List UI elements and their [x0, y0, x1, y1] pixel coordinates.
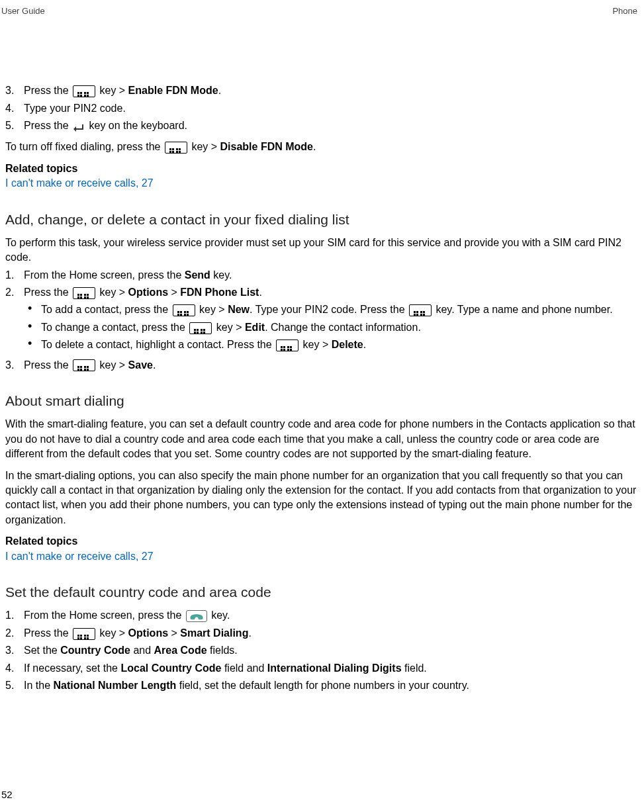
step-1: 1. From the Home screen, press the key.: [4, 608, 640, 623]
step-number: 2.: [4, 285, 24, 355]
bullet-text: To add a contact, press the key > New. T…: [41, 302, 640, 317]
step-text: Type your PIN2 code.: [24, 101, 640, 116]
step-2: 2. Press the key > Options > FDN Phone L…: [4, 285, 640, 355]
related-topics-heading: Related topics: [4, 534, 640, 549]
bullet-text: To delete a contact, highlight a contact…: [41, 338, 640, 352]
menu-key-icon: [173, 304, 195, 316]
step-number: 3.: [4, 83, 24, 98]
related-link[interactable]: I can't make or receive calls, 27: [4, 549, 640, 564]
step-text: Press the key > Save.: [24, 358, 640, 373]
fdn-contact-steps: 1. From the Home screen, press the Send …: [4, 268, 640, 373]
step-text: From the Home screen, press the key.: [24, 608, 640, 623]
bullet-marker: •: [24, 320, 41, 335]
bullet-add: • To add a contact, press the key > New.…: [24, 302, 640, 317]
page-header: User Guide Phone: [0, 5, 644, 17]
fdn-steps-continuation: 3. Press the key > Enable FDN Mode. 4. T…: [4, 83, 640, 133]
menu-key-icon: [165, 142, 187, 154]
step-3: 3. Set the Country Code and Area Code fi…: [4, 643, 640, 658]
heading-set-default-codes: Set the default country code and area co…: [4, 582, 640, 602]
step-2: 2. Press the key > Options > Smart Diali…: [4, 626, 640, 641]
step-number: 5.: [4, 678, 24, 693]
step-number: 4.: [4, 101, 24, 116]
bullet-delete: • To delete a contact, highlight a conta…: [24, 338, 640, 352]
header-right: Phone: [612, 5, 637, 17]
menu-key-icon: [73, 85, 95, 97]
related-link[interactable]: I can't make or receive calls, 27: [4, 176, 640, 191]
step-text: Press the key > Options > Smart Dialing.: [24, 626, 640, 641]
step-number: 3.: [4, 358, 24, 373]
menu-key-icon: [409, 304, 432, 316]
step-number: 3.: [4, 643, 24, 658]
menu-key-icon: [276, 339, 299, 351]
menu-key-icon: [73, 359, 95, 371]
section2-intro: To perform this task, your wireless serv…: [4, 236, 640, 265]
bullet-text: To change a contact, press the key > Edi…: [41, 320, 640, 335]
menu-key-icon: [73, 628, 95, 640]
menu-key-icon: [189, 322, 212, 334]
bullet-change: • To change a contact, press the key > E…: [24, 320, 640, 335]
step-number: 5.: [4, 118, 24, 133]
step-3: 3. Press the key > Enable FDN Mode.: [4, 83, 640, 98]
step-text: From the Home screen, press the Send key…: [24, 268, 640, 283]
menu-key-icon: [73, 287, 95, 299]
bullet-marker: •: [24, 302, 41, 317]
step-number: 1.: [4, 608, 24, 623]
heading-add-change-delete: Add, change, or delete a contact in your…: [4, 210, 640, 229]
enter-key-icon: [73, 122, 85, 131]
heading-about-smart-dialing: About smart dialing: [4, 391, 640, 410]
step-5: 5. In the National Number Length field, …: [4, 678, 640, 693]
step-text: Press the key > Enable FDN Mode.: [24, 83, 640, 98]
page-content: 3. Press the key > Enable FDN Mode. 4. T…: [0, 17, 644, 693]
step-number: 2.: [4, 626, 24, 641]
step-text: Press the key > Options > FDN Phone List…: [24, 285, 640, 355]
fdn-contact-actions: • To add a contact, press the key > New.…: [24, 302, 640, 352]
step-5: 5. Press the key on the keyboard.: [4, 118, 640, 133]
step-number: 1.: [4, 268, 24, 283]
step-1: 1. From the Home screen, press the Send …: [4, 268, 640, 283]
smart-dialing-para2: In the smart-dialing options, you can al…: [4, 469, 640, 528]
turnoff-fdn-para: To turn off fixed dialing, press the key…: [4, 140, 640, 154]
bullet-marker: •: [24, 338, 41, 352]
related-topics-heading: Related topics: [4, 161, 640, 176]
send-key-icon: [186, 610, 207, 622]
step-text: Set the Country Code and Area Code field…: [24, 643, 640, 658]
step-number: 4.: [4, 661, 24, 676]
step-4: 4. Type your PIN2 code.: [4, 101, 640, 116]
default-code-steps: 1. From the Home screen, press the key. …: [4, 608, 640, 693]
step-text: Press the key on the keyboard.: [24, 118, 640, 133]
smart-dialing-para1: With the smart-dialing feature, you can …: [4, 417, 640, 461]
step-3: 3. Press the key > Save.: [4, 358, 640, 373]
step-4: 4. If necessary, set the Local Country C…: [4, 661, 640, 676]
step-text: If necessary, set the Local Country Code…: [24, 661, 640, 676]
page-number: 52: [1, 788, 13, 801]
header-left: User Guide: [1, 5, 45, 17]
step-text: In the National Number Length field, set…: [24, 678, 640, 693]
